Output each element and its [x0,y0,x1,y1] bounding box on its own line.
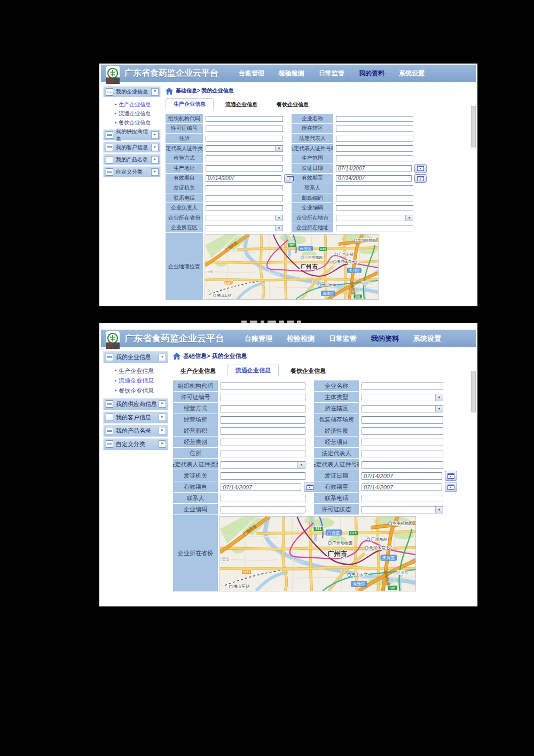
text-input[interactable] [206,155,283,162]
tab-3[interactable]: 餐饮企业信息 [283,365,333,377]
chevron-right-icon[interactable]: ▸ [159,400,166,408]
sidebar-item-2[interactable]: 我的供应商信息▸ [103,398,168,410]
chevron-right-icon[interactable]: ▸ [151,131,159,139]
text-input[interactable] [362,427,443,435]
text-input[interactable] [206,185,283,192]
date-input[interactable] [336,175,412,182]
select-input[interactable]: ▾ [206,215,283,221]
nav-item-4[interactable]: 我的资料 [359,69,384,78]
date-input[interactable] [206,175,281,182]
tab-2[interactable]: 流通企业信息 [218,99,265,110]
nav-item-5[interactable]: 系统设置 [399,69,425,78]
sidebar-item-5[interactable]: 自定义分类▸ [103,166,161,177]
text-input[interactable] [221,506,305,513]
sidebar-subitem-2[interactable]: •流通企业信息 [103,376,168,386]
text-input[interactable] [336,145,413,152]
sidebar-item-3[interactable]: 我的客户信息▸ [103,411,168,424]
home-icon[interactable] [173,353,180,360]
sidebar-subitem-1[interactable]: •生产企业信息 [103,100,161,109]
text-input[interactable] [336,185,413,192]
chevron-right-icon[interactable]: ▸ [151,156,159,163]
text-input[interactable] [206,165,283,172]
scrollbar[interactable] [471,106,476,147]
sidebar-item-3[interactable]: 我的客户信息▸ [103,142,161,153]
home-icon[interactable] [166,88,173,95]
calendar-button[interactable] [445,482,457,492]
text-input[interactable] [336,155,413,162]
date-input[interactable] [336,165,412,172]
text-input[interactable] [206,136,283,142]
sidebar-item-my-company-info[interactable]: 我的企业信息▾ [103,86,161,97]
sidebar-item-5[interactable]: 自定义分类▸ [103,438,168,450]
text-input[interactable] [206,126,283,132]
sidebar-subitem-1[interactable]: •生产企业信息 [103,366,168,376]
map-canvas[interactable]: S81G15S267S81白云区天河区海珠区华南植物园广州东站广州动物园天河体育… [205,234,379,300]
sidebar-subitem-3[interactable]: •餐饮企业信息 [103,118,161,127]
date-input[interactable] [362,484,442,491]
chevron-down-icon[interactable]: ▾ [159,354,166,361]
text-input[interactable] [206,205,283,212]
nav-item-5[interactable]: 系统设置 [413,334,441,344]
chevron-right-icon[interactable]: ▸ [159,440,166,448]
text-input[interactable] [221,439,305,446]
text-input[interactable] [336,116,413,122]
text-input[interactable] [362,495,443,502]
text-input[interactable] [221,383,305,390]
sidebar-subitem-2[interactable]: •流通企业信息 [103,109,161,118]
text-input[interactable] [336,136,413,142]
date-input[interactable] [221,484,301,491]
text-input[interactable] [206,116,283,122]
text-input[interactable] [336,205,413,212]
tab-1[interactable]: 生产企业信息 [166,98,214,110]
select-input[interactable]: ▾ [206,225,283,231]
text-input[interactable] [206,195,283,201]
nav-item-2[interactable]: 检验检测 [287,334,315,344]
chevron-right-icon[interactable]: ▸ [151,144,159,151]
select-input[interactable]: ▾ [336,215,413,221]
nav-item-1[interactable]: 台账管理 [239,69,264,78]
text-input[interactable] [336,126,413,132]
date-input[interactable] [362,472,442,480]
text-input[interactable] [336,225,413,231]
nav-item-1[interactable]: 台账管理 [245,334,272,344]
select-input[interactable]: ▾ [362,394,443,401]
nav-item-3[interactable]: 日常监管 [329,334,357,344]
text-input[interactable] [362,416,443,424]
tab-3[interactable]: 餐饮企业信息 [269,99,316,110]
tab-2[interactable]: 流通企业信息 [227,364,279,377]
sidebar-subitem-3[interactable]: •餐饮企业信息 [103,386,168,396]
select-input[interactable]: ▾ [362,506,443,513]
chevron-right-icon[interactable]: ▸ [159,427,166,434]
text-input[interactable] [362,461,443,469]
nav-item-3[interactable]: 日常监管 [319,69,344,78]
select-input[interactable]: ▾ [362,405,443,412]
chevron-down-icon[interactable]: ▾ [151,88,159,96]
scrollbar[interactable] [471,371,476,412]
text-input[interactable] [221,416,305,424]
text-input[interactable] [221,495,305,502]
map-canvas[interactable]: S81G15S267S81白云区天河区海珠区华南植物园广州东站广州动物园天河体育… [219,516,416,591]
text-input[interactable] [221,394,305,401]
calendar-button[interactable] [414,174,427,183]
tab-1[interactable]: 生产企业信息 [173,365,223,377]
sidebar-item-4[interactable]: 我的产品名录▸ [103,425,168,437]
calendar-button[interactable] [414,164,427,173]
select-input[interactable]: ▾ [221,461,305,469]
nav-item-2[interactable]: 检验检测 [279,69,304,78]
select-input[interactable]: ▾ [206,145,283,152]
text-input[interactable] [221,427,305,435]
calendar-button[interactable] [445,471,457,481]
sidebar-item-2[interactable]: 我的供应商信息▸ [103,129,161,141]
text-input[interactable] [362,383,443,390]
chevron-right-icon[interactable]: ▸ [159,414,166,421]
text-input[interactable] [336,195,413,201]
sidebar-item-my-company-info[interactable]: 我的企业信息▾ [103,351,168,363]
text-input[interactable] [221,450,305,457]
text-input[interactable] [362,439,443,446]
text-input[interactable] [362,450,443,457]
text-input[interactable] [221,472,305,480]
chevron-right-icon[interactable]: ▸ [151,168,159,176]
sidebar-item-4[interactable]: 我的产品名录▸ [103,154,161,165]
nav-item-4[interactable]: 我的资料 [371,334,399,344]
text-input[interactable] [221,405,305,412]
